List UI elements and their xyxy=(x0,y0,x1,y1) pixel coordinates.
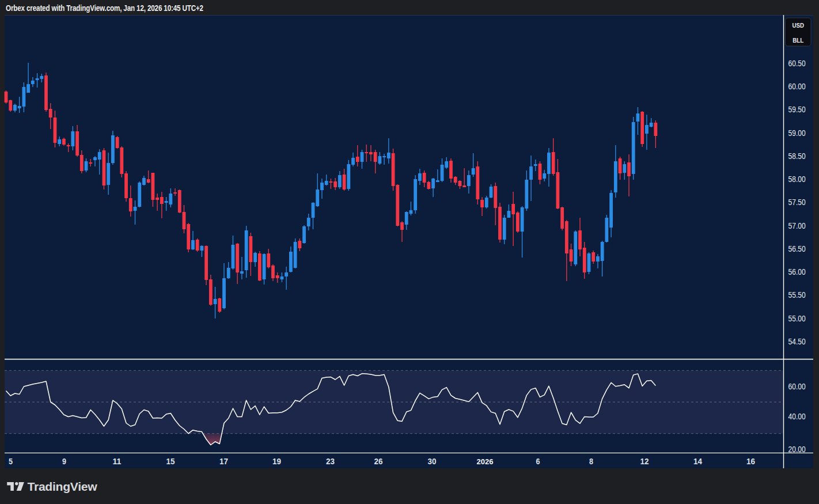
svg-text:8: 8 xyxy=(589,457,593,466)
svg-text:60.00: 60.00 xyxy=(788,81,806,91)
svg-text:23: 23 xyxy=(326,457,335,466)
svg-text:57.00: 57.00 xyxy=(788,221,806,230)
svg-text:26: 26 xyxy=(374,457,383,466)
svg-text:USD: USD xyxy=(792,22,804,29)
svg-text:58.00: 58.00 xyxy=(788,174,806,184)
svg-text:59.50: 59.50 xyxy=(788,104,806,114)
svg-text:55.50: 55.50 xyxy=(788,290,806,300)
svg-text:16: 16 xyxy=(746,457,755,466)
svg-text:60.50: 60.50 xyxy=(788,58,806,68)
svg-text:56.00: 56.00 xyxy=(788,267,806,276)
svg-text:5: 5 xyxy=(9,457,13,466)
svg-text:59.00: 59.00 xyxy=(788,128,806,138)
svg-text:2026: 2026 xyxy=(477,457,494,466)
svg-text:14: 14 xyxy=(693,457,702,466)
svg-text:TradingView: TradingView xyxy=(28,480,97,493)
svg-text:55.00: 55.00 xyxy=(788,313,806,323)
svg-text:30: 30 xyxy=(428,457,437,466)
svg-text:40.00: 40.00 xyxy=(788,411,806,421)
svg-text:56.50: 56.50 xyxy=(788,244,806,253)
svg-text:54.50: 54.50 xyxy=(788,336,806,346)
svg-text:57.50: 57.50 xyxy=(788,197,806,207)
svg-text:58.50: 58.50 xyxy=(788,151,806,161)
svg-text:11: 11 xyxy=(113,457,122,466)
svg-text:15: 15 xyxy=(166,457,175,466)
svg-text:19: 19 xyxy=(272,457,281,466)
svg-text:6: 6 xyxy=(536,457,540,466)
svg-text:20.00: 20.00 xyxy=(788,444,806,454)
svg-text:17: 17 xyxy=(219,457,228,466)
svg-text:9: 9 xyxy=(62,457,66,466)
svg-text:12: 12 xyxy=(640,457,649,466)
svg-text:BLL: BLL xyxy=(793,37,803,44)
svg-text:60.00: 60.00 xyxy=(788,381,806,391)
